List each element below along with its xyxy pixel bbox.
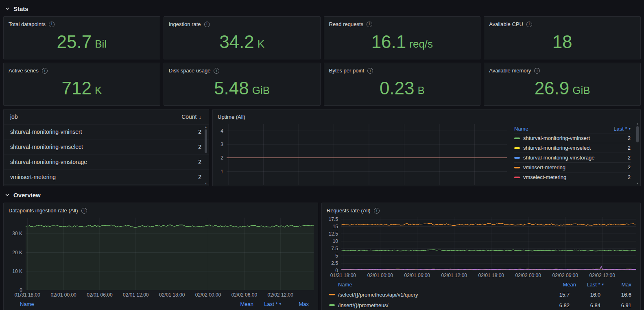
stat-panel-total-datapoints: Total datapoints i 25.7 Bil	[3, 16, 160, 59]
info-icon[interactable]: i	[81, 208, 87, 214]
legend-row[interactable]: shturval-monitoring-vmstorage 2	[514, 153, 631, 162]
legend-column-name[interactable]: Name	[338, 282, 548, 288]
count-cell: 2	[198, 174, 201, 180]
scrollbar-thumb[interactable]	[205, 129, 207, 153]
legend-column-last[interactable]: Last * ▾	[613, 126, 631, 132]
legend-row[interactable]: shturval-monitoring-vmselect 2	[514, 143, 631, 153]
scroll-down-icon[interactable]: ▼	[205, 182, 207, 185]
legend-column-last[interactable]: Last * ▾	[253, 301, 281, 307]
x-tick: 02/01 18:00	[478, 273, 504, 278]
x-tick: 02/02 06:00	[552, 273, 578, 278]
series-mean-value: 15.7	[542, 292, 570, 298]
x-tick: 02/01 12:00	[123, 292, 148, 298]
uptime-body: 1 2 3 4 01/31 18:00 02/01 00:00 02/01 06…	[213, 121, 640, 186]
section-header-overview[interactable]: Overview	[5, 190, 641, 200]
legend-scrollbar[interactable]: ▲ ▼	[635, 122, 640, 185]
stat-value-unit: B	[418, 81, 425, 96]
series-swatch	[514, 167, 520, 168]
y-tick: 2.5	[331, 260, 338, 266]
panel-title[interactable]: Datapoints ingestion rate (All)	[9, 207, 78, 214]
legend-row[interactable]: /select/{}/prometheus/api/v1/query 15.7 …	[329, 289, 631, 300]
y-tick: 20 K	[12, 250, 22, 255]
table-row[interactable]: shturval-monitoring-vminsert 2	[4, 124, 209, 140]
legend-row[interactable]: vmselect-metering 2	[514, 172, 631, 182]
table-row[interactable]: shturval-monitoring-vmselect 2	[4, 140, 209, 155]
stat-value-number: 16.1	[371, 33, 406, 51]
x-tick: 02/02 12:00	[589, 273, 615, 278]
series-name: shturval-monitoring-vmstorage	[523, 155, 595, 161]
chevron-down-icon	[5, 6, 10, 11]
column-header-job[interactable]: job	[10, 114, 18, 120]
bottom-legend: Name Mean Last * ▾ Max	[4, 299, 318, 309]
legend-row[interactable]: shturval-monitoring-vminsert 2	[514, 133, 631, 143]
legend-row[interactable]: vminsert-metering 2	[514, 162, 631, 172]
x-tick: 02/02 00:00	[515, 273, 541, 278]
bottom-row: Datapoints ingestion rate (All) i 0 10 K…	[3, 203, 641, 310]
count-cell: 2	[198, 144, 201, 150]
uptime-legend: Name Last * ▾ shturval-monitoring-vminse…	[507, 124, 636, 185]
panel-header: Requests rate (All) i	[322, 203, 640, 214]
series-swatch	[514, 147, 520, 149]
stat-value-number: 0.23	[380, 79, 415, 97]
bottom-legend: Name Mean Last * ▾ Max /select/{}/promet…	[322, 279, 640, 310]
stat-value-unit: K	[258, 35, 264, 49]
x-axis: 01/31 18:00 02/01 00:00 02/01 06:00 02/0…	[341, 271, 636, 279]
stat-value-unit: GiB	[252, 81, 270, 96]
panel-title[interactable]: Requests rate (All)	[327, 207, 371, 214]
job-cell: vminsert-metering	[10, 174, 56, 180]
scroll-down-icon[interactable]: ▼	[636, 182, 639, 185]
legend-column-max[interactable]: Max	[281, 301, 309, 307]
stat-value: 712 K	[4, 71, 160, 105]
x-tick: 02/01 12:00	[441, 273, 467, 278]
series-name: /select/{}/prometheus/api/v1/query	[338, 292, 539, 298]
section-title: Overview	[13, 192, 41, 199]
y-axis: 0 2.5 5 7.5 10 12.5 15 17.5	[325, 217, 341, 271]
x-tick: 02/02 00:00	[195, 292, 221, 298]
panel-title[interactable]: Uptime (All)	[218, 114, 245, 120]
series-swatch	[514, 157, 520, 159]
timeseries-plot[interactable]	[341, 217, 636, 271]
x-tick: 02/01 06:00	[87, 292, 112, 298]
section-header-stats[interactable]: Stats	[5, 3, 641, 14]
legend-column-mean[interactable]: Mean	[548, 282, 576, 288]
x-axis: 01/31 18:00 02/01 00:00 02/01 06:00 02/0…	[26, 290, 314, 299]
y-tick: 2	[220, 155, 223, 161]
y-axis: 1 2 3 4	[216, 124, 227, 185]
legend-column-last-label: Last *	[587, 282, 600, 288]
stat-value: 18	[484, 25, 640, 59]
series-last-value: 2	[628, 145, 631, 151]
table-row[interactable]: vminsert-metering 2	[4, 170, 209, 185]
legend-column-name[interactable]: Name	[20, 301, 226, 307]
panel-header: Datapoints ingestion rate (All) i	[4, 203, 318, 214]
stat-value-unit: K	[95, 81, 102, 96]
timeseries-plot[interactable]	[26, 218, 314, 290]
scrollbar-thumb[interactable]	[636, 126, 639, 142]
stat-panel-active-series: Active series i 712 K	[3, 63, 160, 106]
scroll-up-icon[interactable]: ▲	[636, 122, 639, 125]
stat-value-number: 712	[61, 79, 91, 97]
scroll-up-icon[interactable]: ▲	[205, 126, 207, 128]
table-row[interactable]: shturval-monitoring-vmstorage 2	[4, 155, 209, 170]
sort-caret-icon: ▾	[629, 127, 631, 131]
y-axis: 0 10 K 20 K 30 K	[7, 218, 26, 290]
info-icon[interactable]: i	[374, 208, 380, 214]
uptime-panel: Uptime (All) 1 2 3 4 01/31 18:00 02/0	[212, 109, 641, 186]
legend-column-last[interactable]: Last * ▾	[576, 282, 604, 288]
table-scrollbar[interactable]: ▲ ▼	[204, 126, 208, 185]
x-tick: 02/01 00:00	[50, 292, 76, 298]
stat-value: 0.23 B	[324, 71, 480, 105]
x-tick: 01/31 18:00	[15, 292, 40, 298]
column-header-count[interactable]: Count ↓	[181, 114, 201, 120]
table-header: job Count ↓	[4, 109, 209, 124]
legend-column-name[interactable]: Name	[514, 126, 528, 132]
stat-value: 25.7 Bil	[4, 25, 160, 59]
legend-row[interactable]: /insert/{}/prometheus/ 6.82 6.84 6.91	[329, 300, 631, 310]
y-tick: 3	[220, 142, 223, 147]
legend-header: Name Mean Last * ▾ Max	[329, 279, 631, 289]
y-tick: 15	[333, 224, 338, 229]
legend-column-mean[interactable]: Mean	[226, 301, 253, 307]
timeseries-plot[interactable]	[227, 124, 507, 185]
legend-column-max[interactable]: Max	[604, 282, 631, 288]
x-tick: 02/01 18:00	[159, 292, 185, 298]
series-name: vminsert-metering	[523, 164, 565, 170]
